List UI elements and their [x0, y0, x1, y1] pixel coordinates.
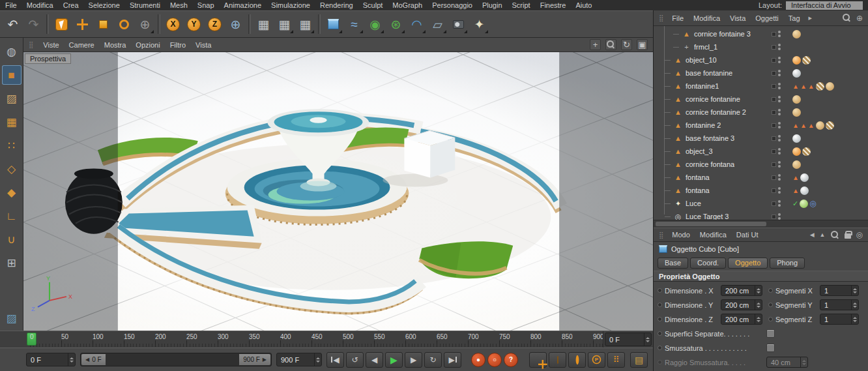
checkbox-1[interactable]	[766, 344, 775, 352]
tag-mat-checker[interactable]	[816, 82, 824, 91]
texture-mode-button[interactable]: ▨	[2, 89, 22, 108]
object-row[interactable]: ▲fontanine 2▲▲▲	[658, 119, 865, 132]
object-row[interactable]: ▲cornice fontanine	[658, 93, 865, 106]
object-name[interactable]: fontana	[686, 173, 710, 181]
visibility-dots[interactable]	[772, 44, 790, 50]
object-name[interactable]: base fontaine 3	[686, 134, 734, 142]
anim-dot-icon[interactable]	[658, 303, 662, 307]
menu-personaggio[interactable]: Personaggio	[432, 1, 472, 9]
visibility-dots[interactable]	[772, 57, 790, 63]
content-browser-button[interactable]: ◍	[2, 42, 22, 61]
record-position-button[interactable]	[529, 352, 547, 368]
up-arrow-icon[interactable]: ▲	[820, 231, 826, 238]
om-menu-oggetti[interactable]: Oggetti	[755, 14, 778, 22]
visibility-dots[interactable]	[772, 148, 790, 155]
render-view-button[interactable]: ▦	[253, 14, 274, 35]
menu-snap[interactable]: Snap	[197, 1, 214, 9]
rotate-view-icon[interactable]: ↻	[621, 39, 632, 50]
viewport-menu-vista[interactable]: Vista	[195, 41, 211, 49]
lock-z-axis-button[interactable]: Z	[205, 14, 225, 35]
object-name[interactable]: fontana	[686, 186, 710, 194]
dimension-field-0[interactable]: 200 cm	[721, 285, 762, 296]
segments-field-2-stepper[interactable]	[851, 314, 858, 324]
layer-square-icon[interactable]	[772, 58, 776, 63]
next-frame-button[interactable]: ▶	[405, 352, 422, 368]
viewport-menu-filtro[interactable]: Filtro	[170, 41, 186, 49]
object-row[interactable]: ▲cornice fontana	[658, 158, 865, 171]
grip-icon[interactable]: ⣿	[29, 41, 33, 48]
visibility-dots[interactable]	[772, 187, 790, 194]
lock-workplane-button[interactable]: ⊞	[2, 253, 22, 273]
visibility-dots[interactable]	[772, 31, 790, 37]
layer-square-icon[interactable]	[772, 32, 776, 37]
rotate-tool-button[interactable]	[114, 14, 134, 35]
visibility-dots[interactable]	[772, 96, 790, 102]
viewport-menu-mostra[interactable]: Mostra	[104, 41, 126, 49]
segments-field-1[interactable]: 1	[820, 299, 859, 310]
visibility-dots[interactable]	[772, 161, 790, 168]
scrollbar-thumb[interactable]	[656, 222, 766, 226]
anim-dot-icon[interactable]	[658, 331, 662, 336]
play-button[interactable]: ▶	[385, 352, 403, 368]
quantize-button[interactable]: ▨	[2, 308, 22, 328]
record-rotation-button[interactable]	[568, 352, 586, 368]
goto-end-button[interactable]: ▶	[444, 352, 461, 368]
viewport-menu-camere[interactable]: Camere	[69, 41, 94, 49]
layer-square-icon[interactable]	[772, 136, 776, 141]
scale-tool-button[interactable]	[93, 14, 113, 35]
autokeying-button[interactable]: ○	[487, 353, 502, 367]
tag-phong[interactable]	[792, 147, 801, 156]
prev-key-button[interactable]: ↺	[346, 352, 364, 368]
tag-tri[interactable]: ▲	[800, 83, 807, 90]
layer-square-icon[interactable]	[772, 45, 776, 50]
segments-field-2[interactable]: 1	[820, 314, 859, 325]
tag-mat-gray[interactable]	[800, 186, 809, 195]
render-settings-button[interactable]: ▦	[295, 14, 315, 35]
dimension-field-1[interactable]: 200 cm	[721, 299, 762, 310]
anim-dot-icon[interactable]	[658, 346, 662, 350]
visibility-dots[interactable]	[772, 122, 790, 128]
current-frame-stepper[interactable]	[68, 353, 75, 366]
om-menu-file[interactable]: File	[672, 14, 684, 22]
polygons-mode-button[interactable]: ◆	[2, 183, 22, 202]
dimension-field-1-stepper[interactable]	[755, 300, 762, 310]
anim-dot-icon[interactable]	[768, 317, 773, 321]
object-name[interactable]: object_10	[686, 56, 717, 64]
tag-tri[interactable]: ▲	[792, 83, 799, 90]
object-name[interactable]: base fontanine	[686, 69, 732, 77]
checkbox-0[interactable]	[766, 329, 775, 338]
am-menu-modifica[interactable]: Modifica	[700, 231, 727, 239]
tag-tri[interactable]: ▲	[792, 122, 799, 129]
tag-tri[interactable]: ▲	[800, 122, 807, 129]
tag-tri[interactable]: ▲	[792, 174, 799, 181]
lock-icon[interactable]	[845, 233, 851, 239]
frame-stepper[interactable]	[644, 333, 651, 346]
viewport-menu-opzioni[interactable]: Opzioni	[136, 41, 160, 49]
layer-square-icon[interactable]	[772, 97, 776, 102]
layer-square-icon[interactable]	[772, 188, 776, 193]
object-name[interactable]: cornice fontanine	[686, 95, 740, 103]
search-icon[interactable]	[831, 231, 839, 239]
tag-target[interactable]: ◎	[809, 199, 816, 208]
light-button[interactable]: ✦	[469, 14, 489, 35]
dimension-field-0-stepper[interactable]	[755, 286, 762, 295]
menu-simulazione[interactable]: Simulazione	[271, 1, 310, 9]
tab-oggetto[interactable]: Oggetto	[728, 258, 768, 269]
viewport-3d-view[interactable]: Y X Z Prospettiva	[23, 52, 653, 331]
tab-phong[interactable]: Phong	[770, 258, 805, 269]
dimension-field-2[interactable]: 200 cm	[721, 314, 762, 325]
layer-square-icon[interactable]	[772, 149, 776, 154]
tag-mat-gray[interactable]	[792, 134, 801, 143]
tag-mat-tan[interactable]	[792, 95, 801, 104]
record-pla-button[interactable]: ⠿	[607, 352, 625, 368]
viewport-canvas[interactable]: Y X Z	[23, 52, 653, 331]
object-row[interactable]: ▲base fontanine	[658, 67, 865, 80]
visibility-dots[interactable]	[772, 83, 790, 89]
tag-check[interactable]: ✓	[792, 200, 798, 208]
visibility-dots[interactable]	[772, 109, 790, 115]
layer-square-icon[interactable]	[772, 162, 776, 167]
om-menu-tag[interactable]: Tag	[788, 14, 800, 22]
snap-button[interactable]: ∪	[2, 230, 22, 249]
layer-square-icon[interactable]	[772, 71, 776, 76]
segments-field-1-stepper[interactable]	[851, 300, 858, 310]
